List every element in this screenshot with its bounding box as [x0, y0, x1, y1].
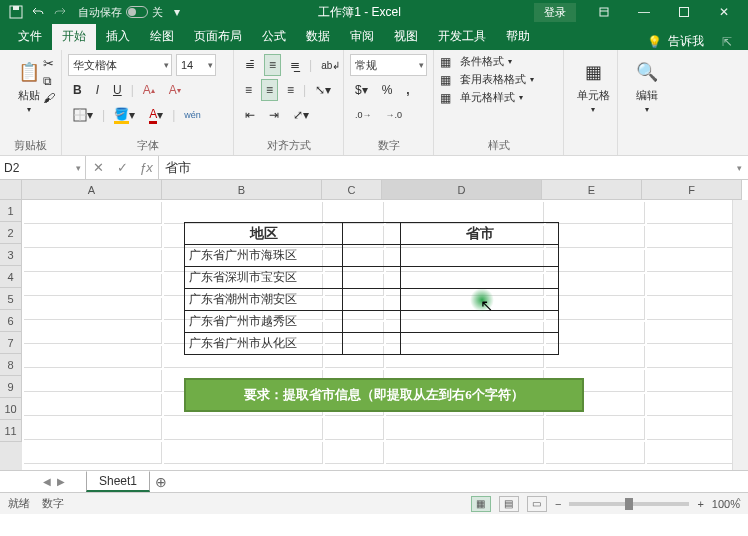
align-top-icon[interactable]: ≡̄ — [240, 54, 260, 76]
align-bottom-icon[interactable]: ≡̲ — [285, 54, 305, 76]
accounting-button[interactable]: $▾ — [350, 79, 373, 101]
tab-view[interactable]: 视图 — [384, 24, 428, 50]
italic-button[interactable]: I — [91, 79, 104, 101]
merge-button[interactable]: ⤡▾ — [310, 79, 336, 101]
normal-view-icon[interactable]: ▦ — [471, 496, 491, 512]
tab-home[interactable]: 开始 — [52, 24, 96, 50]
data-cell-blank-4[interactable] — [343, 311, 401, 333]
table-format-button[interactable]: 套用表格格式 — [460, 72, 526, 87]
zoom-in-icon[interactable]: + — [697, 498, 703, 510]
cell-c2[interactable] — [343, 223, 401, 245]
formula-input[interactable]: 省市 ▾ — [159, 156, 748, 179]
select-all-button[interactable] — [0, 180, 22, 200]
data-cell-region-3[interactable]: 广东省潮州市潮安区 — [185, 289, 343, 311]
row-head-1[interactable]: 1 — [0, 200, 22, 222]
data-cell-province-2[interactable] — [401, 267, 559, 289]
indent-dec-icon[interactable]: ⇤ — [240, 104, 260, 126]
tab-review[interactable]: 审阅 — [340, 24, 384, 50]
wrap-text-button[interactable]: ab↲ — [316, 54, 345, 76]
name-box[interactable]: D2 — [0, 156, 86, 179]
row-head-5[interactable]: 5 — [0, 288, 22, 310]
autosave-toggle[interactable]: 自动保存 关 — [78, 5, 163, 20]
tab-help[interactable]: 帮助 — [496, 24, 540, 50]
row-head-7[interactable]: 7 — [0, 332, 22, 354]
page-break-icon[interactable]: ▭ — [527, 496, 547, 512]
tab-file[interactable]: 文件 — [8, 24, 52, 50]
tab-layout[interactable]: 页面布局 — [184, 24, 252, 50]
col-head-B[interactable]: B — [162, 180, 322, 200]
add-sheet-button[interactable]: ⊕ — [149, 474, 173, 490]
header-province[interactable]: 省市 — [401, 223, 559, 245]
cond-format-button[interactable]: 条件格式 — [460, 54, 504, 69]
data-cell-region-1[interactable]: 广东省广州市海珠区 — [185, 245, 343, 267]
undo-icon[interactable] — [30, 4, 46, 20]
number-format-select[interactable]: 常规 — [350, 54, 427, 76]
cancel-formula-icon[interactable]: ✕ — [86, 160, 110, 175]
spreadsheet-grid[interactable]: 1234567891011 ABCDEF 地区 省市 广东省广州市海珠区广东省深… — [0, 180, 748, 470]
grow-font-button[interactable]: A▴ — [138, 79, 160, 101]
page-layout-icon[interactable]: ▤ — [499, 496, 519, 512]
bold-button[interactable]: B — [68, 79, 87, 101]
data-cell-region-4[interactable]: 广东省广州市越秀区 — [185, 311, 343, 333]
sheet-next-icon[interactable]: ▶ — [54, 476, 68, 487]
cell-style-button[interactable]: 单元格样式 — [460, 90, 515, 105]
align-right-icon[interactable]: ≡ — [282, 79, 299, 101]
row-head-10[interactable]: 10 — [0, 398, 22, 420]
sheet-tab-1[interactable]: Sheet1 — [86, 471, 150, 492]
data-cell-blank-5[interactable] — [343, 333, 401, 355]
data-cell-blank-2[interactable] — [343, 267, 401, 289]
font-size-select[interactable]: 14 — [176, 54, 216, 76]
col-head-D[interactable]: D — [382, 180, 542, 200]
font-color-button[interactable]: A▾ — [144, 104, 168, 126]
percent-button[interactable]: % — [377, 79, 398, 101]
data-cell-region-2[interactable]: 广东省深圳市宝安区 — [185, 267, 343, 289]
cut-icon[interactable]: ✂ — [43, 56, 55, 71]
data-table[interactable]: 地区 省市 广东省广州市海珠区广东省深圳市宝安区广东省潮州市潮安区广东省广州市越… — [184, 222, 559, 355]
save-icon[interactable] — [8, 4, 24, 20]
dec-decimal-icon[interactable]: →.0 — [381, 104, 408, 126]
share-button[interactable]: ⇱ — [722, 35, 732, 49]
underline-button[interactable]: U — [108, 79, 127, 101]
orientation-icon[interactable]: ⤢▾ — [288, 104, 314, 126]
comma-button[interactable]: , — [401, 79, 414, 101]
sheet-prev-icon[interactable]: ◀ — [40, 476, 54, 487]
redo-icon[interactable] — [52, 4, 68, 20]
fx-icon[interactable]: ƒx — [134, 160, 158, 175]
editing-button[interactable]: 🔍 编辑 ▾ — [624, 54, 670, 118]
data-cell-province-1[interactable] — [401, 245, 559, 267]
zoom-slider[interactable] — [569, 502, 689, 506]
col-head-F[interactable]: F — [642, 180, 742, 200]
expand-formula-icon[interactable]: ▾ — [737, 163, 742, 173]
shrink-font-button[interactable]: A▾ — [164, 79, 186, 101]
borders-button[interactable]: ▾ — [68, 104, 98, 126]
tab-data[interactable]: 数据 — [296, 24, 340, 50]
row-head-9[interactable]: 9 — [0, 376, 22, 398]
tab-formulas[interactable]: 公式 — [252, 24, 296, 50]
phonetic-button[interactable]: wén — [179, 104, 206, 126]
zoom-out-icon[interactable]: − — [555, 498, 561, 510]
align-left-icon[interactable]: ≡ — [240, 79, 257, 101]
close-icon[interactable]: ✕ — [704, 0, 744, 24]
collapse-ribbon-icon[interactable]: ˄ — [735, 496, 742, 512]
fill-color-button[interactable]: 🪣▾ — [109, 104, 140, 126]
col-head-A[interactable]: A — [22, 180, 162, 200]
vertical-scrollbar[interactable] — [732, 200, 748, 470]
qat-more-icon[interactable]: ▾ — [169, 4, 185, 20]
row-head-8[interactable]: 8 — [0, 354, 22, 376]
header-region[interactable]: 地区 — [185, 223, 343, 245]
instruction-note[interactable]: 要求：提取省市信息（即提取从左到右6个字符） — [184, 378, 584, 412]
tab-insert[interactable]: 插入 — [96, 24, 140, 50]
copy-icon[interactable]: ⧉ — [43, 74, 55, 88]
row-head-6[interactable]: 6 — [0, 310, 22, 332]
col-head-E[interactable]: E — [542, 180, 642, 200]
indent-inc-icon[interactable]: ⇥ — [264, 104, 284, 126]
minimize-icon[interactable]: — — [624, 0, 664, 24]
align-middle-icon[interactable]: ≡ — [264, 54, 281, 76]
format-painter-icon[interactable]: 🖌 — [43, 91, 55, 105]
col-head-C[interactable]: C — [322, 180, 382, 200]
data-cell-region-5[interactable]: 广东省广州市从化区 — [185, 333, 343, 355]
data-cell-blank-1[interactable] — [343, 245, 401, 267]
enter-formula-icon[interactable]: ✓ — [110, 160, 134, 175]
row-head-3[interactable]: 3 — [0, 244, 22, 266]
row-head-4[interactable]: 4 — [0, 266, 22, 288]
